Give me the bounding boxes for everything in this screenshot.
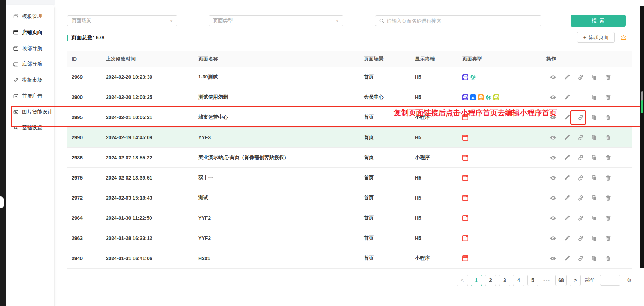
cell-page-type <box>462 175 546 181</box>
sidebar-item-6[interactable]: 图片智能设计 <box>6 104 54 120</box>
jump-to-page-input[interactable] <box>600 275 620 286</box>
pagination-page-4[interactable]: 4 <box>513 275 524 286</box>
delete-icon[interactable] <box>604 134 612 141</box>
view-icon[interactable] <box>549 154 556 161</box>
link-icon[interactable] <box>577 194 584 201</box>
view-icon[interactable] <box>549 214 556 222</box>
delete-icon[interactable] <box>604 94 612 101</box>
delete-icon[interactable] <box>604 114 612 121</box>
link-icon[interactable] <box>577 73 584 81</box>
view-icon[interactable] <box>549 194 556 201</box>
edit-icon[interactable] <box>563 174 570 181</box>
edit-icon[interactable] <box>563 154 570 161</box>
pagination-prev-button[interactable]: < <box>457 275 468 286</box>
search-button[interactable]: 搜索 <box>571 15 626 27</box>
column-header: 操作 <box>546 56 632 62</box>
view-icon[interactable] <box>549 255 556 262</box>
siren-alert-icon[interactable] <box>620 34 627 41</box>
copies-icon <box>13 13 19 19</box>
copy-icon[interactable] <box>591 154 598 161</box>
view-icon[interactable] <box>549 114 556 121</box>
copy-icon[interactable] <box>591 174 598 181</box>
page-type-select[interactable]: 页面类型 ∨ <box>209 15 343 26</box>
chevron-down-icon: ∨ <box>336 19 339 23</box>
pen-icon <box>13 77 19 83</box>
edit-icon[interactable] <box>563 235 570 242</box>
delete-icon[interactable] <box>604 214 612 222</box>
cell-page-scene: 首页 <box>364 154 415 161</box>
link-icon[interactable] <box>577 255 584 262</box>
delete-icon[interactable] <box>604 194 612 201</box>
cell-id: 2986 <box>72 155 106 160</box>
link-icon[interactable] <box>577 174 584 181</box>
view-icon[interactable] <box>549 134 556 141</box>
cell-page-type <box>462 235 546 241</box>
copy-icon[interactable] <box>591 114 598 121</box>
pagination-page-5[interactable]: 5 <box>527 275 538 286</box>
cell-terminal: H5 <box>415 175 462 181</box>
sidebar-item-4[interactable]: 模板市场 <box>6 72 54 88</box>
link-icon[interactable] <box>577 214 584 222</box>
cell-terminal: 小程序 <box>415 154 462 161</box>
delete-icon[interactable] <box>604 73 612 81</box>
search-input[interactable] <box>387 18 537 24</box>
edit-icon[interactable] <box>563 214 570 222</box>
copy-icon[interactable] <box>591 235 598 242</box>
copy-icon[interactable] <box>591 214 598 222</box>
delete-icon[interactable] <box>604 235 612 242</box>
link-icon[interactable] <box>577 114 584 121</box>
pagination-page-2[interactable]: 2 <box>485 275 496 286</box>
view-icon[interactable] <box>549 94 556 101</box>
left-panel-handle[interactable] <box>0 196 4 208</box>
link-icon[interactable] <box>577 235 584 242</box>
cell-modified-time: 2024-02-07 18:55:22 <box>106 155 198 160</box>
view-icon[interactable] <box>549 174 556 181</box>
cell-modified-time: 2024-02-20 12:00:25 <box>106 94 198 100</box>
sidebar-item-5[interactable]: 首屏广告 <box>6 88 54 104</box>
cell-terminal: H5 <box>415 235 462 241</box>
sidebar: 模板管理店铺页面顶部导航底部导航模板市场首屏广告图片智能设计基础设置 <box>6 5 55 306</box>
cell-page-name: 测试 <box>198 195 364 201</box>
pagination-page-68[interactable]: 68 <box>555 275 567 286</box>
sidebar-item-label: 店铺页面 <box>22 29 42 36</box>
view-icon[interactable] <box>549 235 556 242</box>
pagination-next-button[interactable]: > <box>570 275 581 286</box>
delete-icon[interactable] <box>604 255 612 262</box>
scrollbar-thumb-green[interactable] <box>641 100 643 113</box>
table-body: 29692024-02-20 10:23:391.30测试首页H52900202… <box>67 67 632 269</box>
delete-icon[interactable] <box>604 154 612 161</box>
copy-icon[interactable] <box>591 134 598 141</box>
delete-icon[interactable] <box>604 174 612 181</box>
red-page-icon <box>462 235 468 241</box>
sidebar-item-1[interactable]: 店铺页面 <box>6 24 54 40</box>
sidebar-item-3[interactable]: 底部导航 <box>6 56 54 72</box>
sidebar-item-label: 模板市场 <box>22 77 42 83</box>
pagination-page-1[interactable]: 1 <box>471 275 482 286</box>
link-icon[interactable] <box>577 154 584 161</box>
sidebar-item-0[interactable]: 模板管理 <box>6 8 54 24</box>
edit-icon[interactable] <box>563 255 570 262</box>
edit-icon[interactable] <box>563 194 570 201</box>
edit-icon[interactable] <box>563 114 570 121</box>
edit-icon[interactable] <box>563 94 570 101</box>
page-scene-select[interactable]: 页面场景 ∨ <box>67 15 177 26</box>
pagination-page-3[interactable]: 3 <box>499 275 510 286</box>
red-page-icon <box>462 255 468 261</box>
copy-icon[interactable] <box>591 73 598 81</box>
link-icon[interactable] <box>577 134 584 141</box>
pagination-ellipsis: ••• <box>541 275 553 286</box>
edit-icon[interactable] <box>563 134 570 141</box>
edit-icon[interactable] <box>563 73 570 81</box>
copy-icon[interactable] <box>591 255 598 262</box>
jump-to-label: 跳至 <box>585 277 595 283</box>
sidebar-item-7[interactable]: 基础设置 <box>6 120 54 136</box>
sidebar-item-2[interactable]: 顶部导航 <box>6 40 54 56</box>
cell-page-scene: 首页 <box>364 175 415 181</box>
cell-page-name: 美业演示站点-首页（肖像需创客贴授权） <box>198 154 364 161</box>
copy-icon[interactable] <box>591 94 598 101</box>
add-page-button[interactable]: + 添加页面 <box>577 32 615 43</box>
cell-modified-time: 2024-01-31 16:41:06 <box>106 255 198 261</box>
copy-icon[interactable] <box>591 194 598 201</box>
page-unit-label: 页 <box>627 277 632 283</box>
view-icon[interactable] <box>549 73 556 81</box>
